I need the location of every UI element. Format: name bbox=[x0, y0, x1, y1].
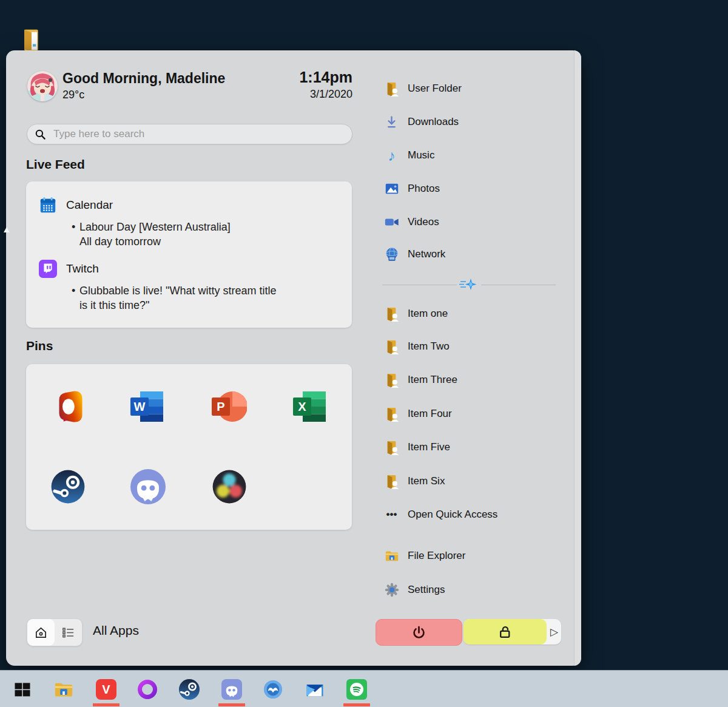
taskbar-vivaldi[interactable]: V bbox=[92, 675, 121, 704]
taskbar-start-button[interactable] bbox=[8, 675, 37, 704]
sidebar-item-network[interactable]: Network bbox=[383, 245, 445, 263]
pins-title: Pins bbox=[26, 339, 53, 353]
search-bar[interactable] bbox=[27, 124, 352, 144]
pin-office[interactable] bbox=[50, 389, 86, 424]
lock-button[interactable] bbox=[463, 619, 547, 644]
sidebar-item-quick-access[interactable]: ••• Open Quick Access bbox=[383, 506, 497, 524]
sidebar-item-label: Photos bbox=[408, 183, 440, 195]
sidebar-item-label: File Explorer bbox=[408, 550, 465, 562]
list-icon bbox=[61, 626, 75, 640]
pin-word[interactable]: W bbox=[130, 389, 166, 424]
sidebar-item-user-folder[interactable]: User Folder bbox=[383, 79, 462, 98]
sidebar-item-six[interactable]: Item Six bbox=[383, 472, 445, 490]
sidebar-item-downloads[interactable]: Downloads bbox=[383, 113, 459, 131]
home-view-button[interactable] bbox=[27, 619, 55, 646]
excel-letter: X bbox=[293, 397, 311, 416]
twitch-icon bbox=[39, 260, 57, 278]
windows-logo-icon bbox=[13, 680, 32, 699]
user-folder-icon bbox=[383, 306, 400, 322]
sidebar-item-label: User Folder bbox=[408, 83, 462, 95]
videos-icon bbox=[383, 214, 400, 231]
pin-discord[interactable] bbox=[130, 469, 166, 504]
running-indicator-vivaldi bbox=[93, 703, 120, 706]
purple-ring-icon bbox=[136, 678, 158, 700]
sidebar-item-photos[interactable]: Photos bbox=[383, 180, 440, 198]
clock-time: 1:14pm bbox=[231, 69, 352, 86]
user-folder-icon bbox=[383, 339, 400, 355]
steam-icon bbox=[50, 469, 86, 504]
folder-icon bbox=[20, 28, 43, 52]
pin-powerpoint[interactable]: P bbox=[212, 389, 247, 424]
pin-davinci-resolve[interactable] bbox=[212, 469, 247, 504]
desktop: Good Morning, Madeline 29°c 1:14pm 3/1/2… bbox=[0, 0, 728, 707]
sidebar-item-three[interactable]: Item Three bbox=[383, 371, 457, 389]
power-button[interactable] bbox=[376, 619, 462, 646]
sidebar-item-label: Downloads bbox=[408, 116, 459, 128]
power-icon bbox=[411, 625, 426, 640]
calendar-icon bbox=[39, 196, 57, 214]
sidebar-item-one[interactable]: Item one bbox=[383, 305, 448, 323]
mail-icon bbox=[304, 678, 326, 700]
avatar[interactable] bbox=[27, 71, 58, 101]
taskbar-steam[interactable] bbox=[175, 675, 204, 704]
davinci-resolve-icon bbox=[212, 469, 247, 504]
taskbar-mail[interactable] bbox=[300, 675, 329, 704]
sidebar-item-label: Item one bbox=[408, 308, 448, 320]
feed-twitch-line1: Glubbable is live! "What witty stream ti… bbox=[79, 285, 277, 297]
bullet: • bbox=[72, 221, 75, 234]
user-folder-icon bbox=[383, 473, 400, 490]
sidebar-item-videos[interactable]: Videos bbox=[383, 213, 439, 231]
taskbar-discord[interactable] bbox=[217, 675, 246, 704]
sidebar-item-settings[interactable]: Settings bbox=[383, 581, 445, 599]
taskbar-blue-circle-app[interactable] bbox=[258, 675, 288, 704]
spotify-icon bbox=[346, 679, 367, 700]
pin-excel[interactable]: X bbox=[293, 389, 328, 424]
taskbar-file-explorer[interactable] bbox=[49, 675, 78, 704]
expand-arrow-button[interactable]: ▷ bbox=[547, 619, 561, 644]
sidebar-item-label: Item Six bbox=[408, 475, 445, 487]
live-feed-card: Calendar • Labour Day [Western Australia… bbox=[26, 181, 352, 328]
sidebar-item-file-explorer[interactable]: File Explorer bbox=[383, 547, 465, 565]
word-letter: W bbox=[130, 397, 149, 416]
running-indicator-discord bbox=[218, 703, 245, 706]
discord-icon bbox=[130, 469, 166, 504]
photos-icon bbox=[383, 181, 400, 197]
divider-line bbox=[481, 285, 556, 285]
greeting-text: Good Morning, Madeline bbox=[62, 70, 225, 87]
pin-steam[interactable] bbox=[50, 469, 86, 504]
start-menu-panel: Good Morning, Madeline 29°c 1:14pm 3/1/2… bbox=[6, 50, 581, 666]
divider-line bbox=[382, 285, 457, 285]
home-icon bbox=[34, 626, 48, 640]
vivaldi-icon: V bbox=[96, 679, 116, 700]
list-view-button[interactable] bbox=[55, 619, 82, 646]
office-icon bbox=[50, 389, 86, 424]
edge-marker bbox=[4, 227, 10, 232]
file-explorer-icon bbox=[53, 678, 75, 700]
user-folder-icon bbox=[383, 372, 400, 388]
taskbar-purple-ring-app[interactable] bbox=[133, 675, 162, 704]
user-folder-icon bbox=[383, 439, 400, 456]
sidebar-item-two[interactable]: Item Two bbox=[383, 337, 450, 356]
sidebar-item-four[interactable]: Item Four bbox=[383, 405, 452, 423]
feed-item-calendar[interactable] bbox=[39, 196, 57, 217]
feed-twitch-label: Twitch bbox=[66, 262, 99, 276]
feed-calendar-line1: Labour Day [Western Australia] bbox=[79, 221, 231, 234]
file-explorer-icon bbox=[383, 548, 400, 564]
sidebar-item-music[interactable]: ♪ Music bbox=[383, 146, 434, 164]
view-toggle bbox=[27, 618, 83, 646]
sidebar-item-label: Network bbox=[408, 248, 445, 260]
sidebar-item-label: Item Three bbox=[408, 374, 457, 386]
all-apps-button[interactable]: All Apps bbox=[93, 623, 139, 638]
live-feed-title: Live Feed bbox=[26, 157, 85, 172]
taskbar-spotify[interactable] bbox=[342, 675, 371, 704]
sparkle-icon bbox=[459, 278, 479, 291]
sidebar-item-five[interactable]: Item Five bbox=[383, 438, 450, 456]
temperature-text: 29°c bbox=[62, 89, 84, 101]
feed-item-twitch[interactable] bbox=[39, 260, 57, 280]
panel-scrollbar[interactable] bbox=[574, 50, 581, 666]
search-input[interactable] bbox=[52, 127, 345, 141]
clock-date: 3/1/2020 bbox=[231, 88, 352, 101]
user-folder-icon bbox=[383, 406, 400, 422]
lock-icon bbox=[497, 624, 513, 640]
sidebar-item-label: Music bbox=[408, 149, 434, 161]
